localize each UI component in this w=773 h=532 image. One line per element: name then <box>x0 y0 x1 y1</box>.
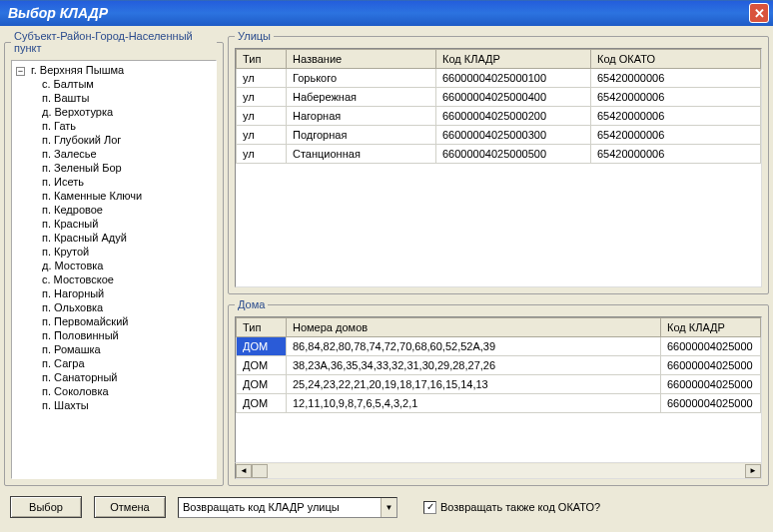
close-icon: ✕ <box>754 6 765 21</box>
tree-group: Субъект-Район-Город-Населенный пункт − г… <box>4 30 224 486</box>
tree-item[interactable]: п. Глубокий Лог <box>42 133 214 147</box>
cell: Подгорная <box>287 126 436 145</box>
cell: Горького <box>287 69 436 88</box>
cell: 66000004025000100 <box>436 69 591 88</box>
cell: 66000004025000500 <box>436 145 591 164</box>
cell: ДОМ <box>237 337 287 356</box>
tree-root-item[interactable]: − г. Верхняя Пышма <box>16 63 214 77</box>
okato-checkbox-label: Возвращать также код ОКАТО? <box>440 501 600 513</box>
select-button[interactable]: Выбор <box>10 496 82 518</box>
cell: ул <box>237 126 287 145</box>
tree-item[interactable]: д. Верхотурка <box>42 105 214 119</box>
tree-item[interactable]: п. Красный Адуй <box>42 231 214 245</box>
cell: Набережная <box>287 88 436 107</box>
table-row[interactable]: ДОМ86,84,82,80,78,74,72,70,68,60,52,52А,… <box>237 337 761 356</box>
houses-group: Дома Тип Номера домов Код КЛАДР ДОМ86,84… <box>228 298 769 486</box>
tree-item[interactable]: с. Балтым <box>42 77 214 91</box>
tree-item[interactable]: п. Гать <box>42 119 214 133</box>
tree-item[interactable]: п. Зеленый Бор <box>42 161 214 175</box>
streets-col-name[interactable]: Название <box>287 50 436 69</box>
cell: ДОМ <box>237 394 287 413</box>
tree-item[interactable]: п. Залесье <box>42 147 214 161</box>
cell: ул <box>237 69 287 88</box>
houses-col-kladr[interactable]: Код КЛАДР <box>661 318 761 337</box>
streets-col-okato[interactable]: Код ОКАТО <box>591 50 761 69</box>
table-row[interactable]: улСтанционная660000040250005006542000000… <box>237 145 761 164</box>
tree-item[interactable]: п. Нагорный <box>42 286 214 300</box>
window-title: Выбор КЛАДР <box>8 5 749 21</box>
tree-group-label: Субъект-Район-Город-Населенный пункт <box>11 30 217 54</box>
table-row[interactable]: улПодгорная6600000402500030065420000006 <box>237 126 761 145</box>
streets-group-label: Улицы <box>235 30 274 42</box>
cell: ДОМ <box>237 375 287 394</box>
tree-item[interactable]: п. Ромашка <box>42 342 214 356</box>
okato-checkbox-wrap[interactable]: ✓ Возвращать также код ОКАТО? <box>423 501 600 514</box>
tree-item[interactable]: с. Мостовское <box>42 272 214 286</box>
cell: 66000004025000300 <box>436 126 591 145</box>
cell: 65420000006 <box>591 88 761 107</box>
table-row[interactable]: улНабережная6600000402500040065420000006 <box>237 88 761 107</box>
bottom-bar: Выбор Отмена Возвращать код КЛАДР улицы … <box>0 490 773 524</box>
collapse-icon[interactable]: − <box>16 67 25 76</box>
streets-group: Улицы Тип Название Код КЛАДР Код ОКАТО у… <box>228 30 769 294</box>
cell: ДОМ <box>237 356 287 375</box>
cell: Станционная <box>287 145 436 164</box>
tree-item[interactable]: п. Половинный <box>42 328 214 342</box>
cell: 38,23А,36,35,34,33,32,31,30,29,28,27,26 <box>287 356 661 375</box>
title-bar: Выбор КЛАДР ✕ <box>0 0 773 26</box>
cell: Нагорная <box>287 107 436 126</box>
streets-grid[interactable]: Тип Название Код КЛАДР Код ОКАТО улГорьк… <box>235 48 762 287</box>
scroll-thumb[interactable] <box>252 464 268 478</box>
tree-item[interactable]: п. Красный <box>42 217 214 231</box>
tree-root-label: г. Верхняя Пышма <box>31 64 124 76</box>
tree-item[interactable]: п. Вашты <box>42 91 214 105</box>
table-row[interactable]: улНагорная6600000402500020065420000006 <box>237 107 761 126</box>
houses-grid[interactable]: Тип Номера домов Код КЛАДР ДОМ86,84,82,8… <box>235 316 762 463</box>
cell: 12,11,10,9,8,7,6,5,4,3,2,1 <box>287 394 661 413</box>
cell: 66000004025000 <box>661 375 761 394</box>
tree-item[interactable]: д. Мостовка <box>42 259 214 272</box>
scroll-track[interactable] <box>268 464 745 478</box>
table-row[interactable]: ДОМ12,11,10,9,8,7,6,5,4,3,2,166000004025… <box>237 394 761 413</box>
chevron-down-icon[interactable]: ▼ <box>381 498 396 517</box>
tree-item[interactable]: п. Соколовка <box>42 384 214 398</box>
tree-item[interactable]: п. Первомайский <box>42 314 214 328</box>
cell: 65420000006 <box>591 145 761 164</box>
streets-col-kladr[interactable]: Код КЛАДР <box>436 50 591 69</box>
cell: 66000004025000 <box>661 356 761 375</box>
table-row[interactable]: улГорького6600000402500010065420000006 <box>237 69 761 88</box>
tree-item[interactable]: п. Крутой <box>42 245 214 259</box>
scroll-right-icon[interactable]: ► <box>745 464 761 478</box>
tree-item[interactable]: п. Шахты <box>42 398 214 412</box>
cell: ул <box>237 88 287 107</box>
okato-checkbox[interactable]: ✓ <box>423 501 436 514</box>
cell: 65420000006 <box>591 69 761 88</box>
cell: 66000004025000 <box>661 394 761 413</box>
tree-item[interactable]: п. Ольховка <box>42 300 214 314</box>
houses-hscrollbar[interactable]: ◄ ► <box>235 463 762 479</box>
cell: 66000004025000200 <box>436 107 591 126</box>
streets-col-type[interactable]: Тип <box>237 50 287 69</box>
cell: 65420000006 <box>591 107 761 126</box>
cell: ул <box>237 145 287 164</box>
tree-item[interactable]: п. Кедровое <box>42 203 214 217</box>
scroll-left-icon[interactable]: ◄ <box>236 464 252 478</box>
cell: 66000004025000 <box>661 337 761 356</box>
houses-col-type[interactable]: Тип <box>237 318 287 337</box>
cancel-button[interactable]: Отмена <box>94 496 166 518</box>
houses-col-numbers[interactable]: Номера домов <box>287 318 661 337</box>
return-mode-combo[interactable]: Возвращать код КЛАДР улицы ▼ <box>178 497 397 518</box>
cell: ул <box>237 107 287 126</box>
combo-value: Возвращать код КЛАДР улицы <box>179 501 381 513</box>
location-tree[interactable]: − г. Верхняя Пышма с. Балтымп. Ваштыд. В… <box>11 60 217 479</box>
tree-item[interactable]: п. Каменные Ключи <box>42 189 214 203</box>
table-row[interactable]: ДОМ25,24,23,22,21,20,19,18,17,16,15,14,1… <box>237 375 761 394</box>
tree-item[interactable]: п. Исеть <box>42 175 214 189</box>
tree-item[interactable]: п. Санаторный <box>42 370 214 384</box>
cell: 66000004025000400 <box>436 88 591 107</box>
table-row[interactable]: ДОМ38,23А,36,35,34,33,32,31,30,29,28,27,… <box>237 356 761 375</box>
tree-item[interactable]: п. Сагра <box>42 356 214 370</box>
cell: 65420000006 <box>591 126 761 145</box>
close-button[interactable]: ✕ <box>749 3 769 23</box>
cell: 25,24,23,22,21,20,19,18,17,16,15,14,13 <box>287 375 661 394</box>
